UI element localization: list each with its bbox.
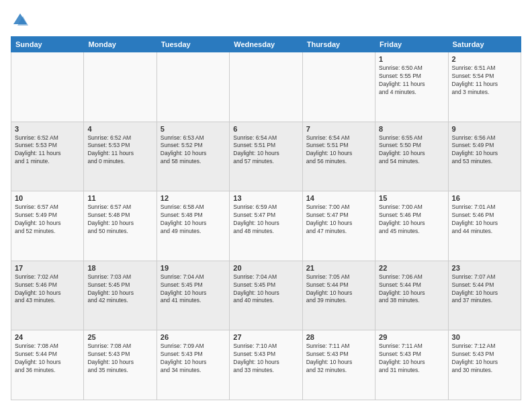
day-number: 28 bbox=[306, 333, 371, 341]
day-info: Sunrise: 7:11 AM Sunset: 5:43 PM Dayligh… bbox=[306, 342, 371, 375]
day-info: Sunrise: 7:12 AM Sunset: 5:43 PM Dayligh… bbox=[452, 342, 517, 375]
day-cell bbox=[157, 52, 229, 122]
day-cell: 24Sunrise: 7:08 AM Sunset: 5:44 PM Dayli… bbox=[11, 330, 84, 400]
day-info: Sunrise: 7:07 AM Sunset: 5:44 PM Dayligh… bbox=[452, 273, 517, 306]
weekday-header-monday: Monday bbox=[84, 37, 157, 52]
day-cell: 25Sunrise: 7:08 AM Sunset: 5:43 PM Dayli… bbox=[84, 330, 157, 400]
day-number: 27 bbox=[233, 333, 298, 341]
day-info: Sunrise: 6:54 AM Sunset: 5:51 PM Dayligh… bbox=[306, 134, 371, 167]
day-cell: 8Sunrise: 6:55 AM Sunset: 5:50 PM Daylig… bbox=[375, 122, 448, 191]
day-number: 30 bbox=[452, 333, 517, 341]
day-cell: 20Sunrise: 7:04 AM Sunset: 5:45 PM Dayli… bbox=[230, 261, 302, 330]
day-number: 1 bbox=[379, 55, 444, 63]
day-number: 17 bbox=[15, 264, 80, 272]
day-info: Sunrise: 7:08 AM Sunset: 5:43 PM Dayligh… bbox=[87, 342, 152, 375]
day-cell: 5Sunrise: 6:53 AM Sunset: 5:52 PM Daylig… bbox=[157, 122, 229, 191]
day-cell: 6Sunrise: 6:54 AM Sunset: 5:51 PM Daylig… bbox=[230, 122, 302, 191]
day-number: 10 bbox=[15, 194, 80, 202]
day-number: 2 bbox=[452, 55, 517, 63]
day-cell: 4Sunrise: 6:52 AM Sunset: 5:53 PM Daylig… bbox=[84, 122, 157, 191]
day-cell: 14Sunrise: 7:00 AM Sunset: 5:47 PM Dayli… bbox=[302, 191, 375, 261]
weekday-header-row: SundayMondayTuesdayWednesdayThursdayFrid… bbox=[11, 37, 521, 52]
day-number: 9 bbox=[452, 125, 517, 133]
day-info: Sunrise: 7:00 AM Sunset: 5:47 PM Dayligh… bbox=[306, 203, 371, 236]
day-cell: 19Sunrise: 7:04 AM Sunset: 5:45 PM Dayli… bbox=[157, 261, 229, 330]
day-info: Sunrise: 7:04 AM Sunset: 5:45 PM Dayligh… bbox=[233, 273, 298, 306]
day-info: Sunrise: 7:00 AM Sunset: 5:46 PM Dayligh… bbox=[379, 203, 444, 236]
weekday-header-wednesday: Wednesday bbox=[230, 37, 302, 52]
day-info: Sunrise: 7:10 AM Sunset: 5:43 PM Dayligh… bbox=[233, 342, 298, 375]
day-info: Sunrise: 6:57 AM Sunset: 5:49 PM Dayligh… bbox=[15, 203, 80, 236]
day-number: 22 bbox=[379, 264, 444, 272]
day-info: Sunrise: 6:59 AM Sunset: 5:47 PM Dayligh… bbox=[233, 203, 298, 236]
day-cell: 13Sunrise: 6:59 AM Sunset: 5:47 PM Dayli… bbox=[230, 191, 302, 261]
day-number: 14 bbox=[306, 194, 371, 202]
day-number: 8 bbox=[379, 125, 444, 133]
day-info: Sunrise: 6:58 AM Sunset: 5:48 PM Dayligh… bbox=[161, 203, 226, 236]
day-number: 29 bbox=[379, 333, 444, 341]
week-row-1: 1Sunrise: 6:50 AM Sunset: 5:55 PM Daylig… bbox=[11, 52, 521, 122]
day-info: Sunrise: 6:54 AM Sunset: 5:51 PM Dayligh… bbox=[233, 134, 298, 167]
day-cell: 22Sunrise: 7:06 AM Sunset: 5:44 PM Dayli… bbox=[375, 261, 448, 330]
weekday-header-tuesday: Tuesday bbox=[157, 37, 229, 52]
day-cell: 29Sunrise: 7:11 AM Sunset: 5:43 PM Dayli… bbox=[375, 330, 448, 400]
day-cell: 12Sunrise: 6:58 AM Sunset: 5:48 PM Dayli… bbox=[157, 191, 229, 261]
calendar-table: SundayMondayTuesdayWednesdayThursdayFrid… bbox=[11, 36, 521, 400]
day-cell: 3Sunrise: 6:52 AM Sunset: 5:53 PM Daylig… bbox=[11, 122, 84, 191]
week-row-5: 24Sunrise: 7:08 AM Sunset: 5:44 PM Dayli… bbox=[11, 330, 521, 400]
logo-icon bbox=[11, 11, 30, 30]
day-number: 7 bbox=[306, 125, 371, 133]
weekday-header-saturday: Saturday bbox=[448, 37, 521, 52]
day-number: 18 bbox=[87, 264, 152, 272]
weekday-header-thursday: Thursday bbox=[302, 37, 375, 52]
day-number: 25 bbox=[87, 333, 152, 341]
day-cell: 18Sunrise: 7:03 AM Sunset: 5:45 PM Dayli… bbox=[84, 261, 157, 330]
day-cell: 15Sunrise: 7:00 AM Sunset: 5:46 PM Dayli… bbox=[375, 191, 448, 261]
day-cell: 27Sunrise: 7:10 AM Sunset: 5:43 PM Dayli… bbox=[230, 330, 302, 400]
day-number: 4 bbox=[87, 125, 152, 133]
day-info: Sunrise: 6:53 AM Sunset: 5:52 PM Dayligh… bbox=[161, 134, 226, 167]
day-info: Sunrise: 7:06 AM Sunset: 5:44 PM Dayligh… bbox=[379, 273, 444, 306]
calendar: SundayMondayTuesdayWednesdayThursdayFrid… bbox=[11, 36, 521, 400]
day-cell bbox=[84, 52, 157, 122]
day-number: 20 bbox=[233, 264, 298, 272]
day-info: Sunrise: 6:52 AM Sunset: 5:53 PM Dayligh… bbox=[15, 134, 80, 167]
day-cell: 1Sunrise: 6:50 AM Sunset: 5:55 PM Daylig… bbox=[375, 52, 448, 122]
day-info: Sunrise: 7:04 AM Sunset: 5:45 PM Dayligh… bbox=[161, 273, 226, 306]
week-row-3: 10Sunrise: 6:57 AM Sunset: 5:49 PM Dayli… bbox=[11, 191, 521, 261]
header bbox=[11, 11, 521, 30]
day-number: 23 bbox=[452, 264, 517, 272]
day-number: 11 bbox=[87, 194, 152, 202]
day-info: Sunrise: 6:56 AM Sunset: 5:49 PM Dayligh… bbox=[452, 134, 517, 167]
week-row-2: 3Sunrise: 6:52 AM Sunset: 5:53 PM Daylig… bbox=[11, 122, 521, 191]
day-info: Sunrise: 6:50 AM Sunset: 5:55 PM Dayligh… bbox=[379, 64, 444, 97]
day-info: Sunrise: 7:03 AM Sunset: 5:45 PM Dayligh… bbox=[87, 273, 152, 306]
day-info: Sunrise: 6:57 AM Sunset: 5:48 PM Dayligh… bbox=[87, 203, 152, 236]
day-info: Sunrise: 7:09 AM Sunset: 5:43 PM Dayligh… bbox=[161, 342, 226, 375]
day-cell: 7Sunrise: 6:54 AM Sunset: 5:51 PM Daylig… bbox=[302, 122, 375, 191]
day-cell: 23Sunrise: 7:07 AM Sunset: 5:44 PM Dayli… bbox=[448, 261, 521, 330]
day-number: 21 bbox=[306, 264, 371, 272]
day-cell bbox=[11, 52, 84, 122]
weekday-header-sunday: Sunday bbox=[11, 37, 84, 52]
day-cell: 9Sunrise: 6:56 AM Sunset: 5:49 PM Daylig… bbox=[448, 122, 521, 191]
day-cell: 28Sunrise: 7:11 AM Sunset: 5:43 PM Dayli… bbox=[302, 330, 375, 400]
day-cell: 2Sunrise: 6:51 AM Sunset: 5:54 PM Daylig… bbox=[448, 52, 521, 122]
day-cell: 17Sunrise: 7:02 AM Sunset: 5:46 PM Dayli… bbox=[11, 261, 84, 330]
day-info: Sunrise: 7:01 AM Sunset: 5:46 PM Dayligh… bbox=[452, 203, 517, 236]
day-info: Sunrise: 7:08 AM Sunset: 5:44 PM Dayligh… bbox=[15, 342, 80, 375]
day-number: 6 bbox=[233, 125, 298, 133]
day-number: 12 bbox=[161, 194, 226, 202]
day-cell: 10Sunrise: 6:57 AM Sunset: 5:49 PM Dayli… bbox=[11, 191, 84, 261]
day-info: Sunrise: 6:55 AM Sunset: 5:50 PM Dayligh… bbox=[379, 134, 444, 167]
week-row-4: 17Sunrise: 7:02 AM Sunset: 5:46 PM Dayli… bbox=[11, 261, 521, 330]
day-number: 19 bbox=[161, 264, 226, 272]
weekday-header-friday: Friday bbox=[375, 37, 448, 52]
day-cell: 11Sunrise: 6:57 AM Sunset: 5:48 PM Dayli… bbox=[84, 191, 157, 261]
day-info: Sunrise: 7:05 AM Sunset: 5:44 PM Dayligh… bbox=[306, 273, 371, 306]
day-number: 26 bbox=[161, 333, 226, 341]
day-cell: 16Sunrise: 7:01 AM Sunset: 5:46 PM Dayli… bbox=[448, 191, 521, 261]
day-cell bbox=[302, 52, 375, 122]
day-cell bbox=[230, 52, 302, 122]
day-cell: 30Sunrise: 7:12 AM Sunset: 5:43 PM Dayli… bbox=[448, 330, 521, 400]
